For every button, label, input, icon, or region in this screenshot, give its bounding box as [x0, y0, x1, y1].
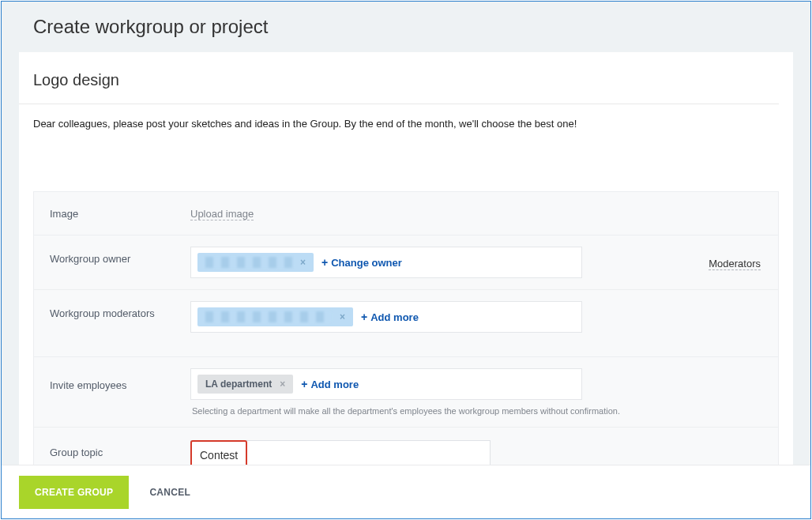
- invite-chip[interactable]: LA department ×: [197, 375, 293, 394]
- owner-row: Workgroup owner × + Change owner Moderat…: [34, 236, 778, 290]
- moderator-chip-name: [205, 311, 332, 322]
- invite-hint: Selecting a department will make all the…: [190, 406, 762, 416]
- change-owner-label: Change owner: [331, 257, 402, 269]
- group-description: Dear colleagues, please post your sketch…: [19, 104, 793, 144]
- moderator-chip[interactable]: ×: [197, 307, 353, 326]
- create-group-button[interactable]: CREATE GROUP: [19, 476, 129, 509]
- add-moderator-link[interactable]: + Add more: [361, 311, 419, 323]
- image-row: Image Upload image: [34, 192, 778, 236]
- plus-icon: +: [321, 256, 328, 269]
- moderators-row: Workgroup moderators × + Add more: [34, 290, 778, 357]
- create-workgroup-modal: Create workgroup or project Logo design …: [1, 1, 811, 519]
- content-panel: Logo design Dear colleagues, please post…: [19, 52, 793, 518]
- add-moderator-label: Add more: [370, 311, 419, 323]
- owner-input[interactable]: × + Change owner: [190, 247, 582, 278]
- moderators-label: Workgroup moderators: [50, 301, 190, 319]
- moderators-input[interactable]: × + Add more: [190, 301, 582, 333]
- image-label: Image: [50, 206, 190, 220]
- add-invite-link[interactable]: + Add more: [301, 378, 359, 390]
- footer-bar: CREATE GROUP CANCEL: [2, 465, 810, 518]
- modal-title: Create workgroup or project: [2, 2, 810, 52]
- plus-icon: +: [361, 311, 367, 323]
- group-name-heading: Logo design: [19, 52, 793, 104]
- close-icon[interactable]: ×: [278, 379, 287, 390]
- owner-chip[interactable]: ×: [197, 253, 314, 272]
- invite-label: Invite employees: [50, 368, 190, 391]
- form-section: Image Upload image Workgroup owner × +: [33, 191, 779, 487]
- change-owner-link[interactable]: + Change owner: [321, 256, 402, 269]
- invite-input[interactable]: LA department × + Add more: [190, 368, 582, 400]
- upload-image-link[interactable]: Upload image: [190, 206, 254, 220]
- close-icon[interactable]: ×: [299, 257, 307, 268]
- close-icon[interactable]: ×: [338, 311, 347, 322]
- plus-icon: +: [301, 378, 307, 390]
- invite-row: Invite employees LA department × + Add m…: [34, 357, 778, 428]
- cancel-button[interactable]: CANCEL: [149, 487, 190, 498]
- moderators-link[interactable]: Moderators: [709, 258, 761, 270]
- owner-chip-name: [205, 257, 292, 268]
- owner-label: Workgroup owner: [50, 247, 190, 265]
- topic-label: Group topic: [50, 440, 190, 458]
- invite-chip-label: LA department: [205, 379, 272, 390]
- add-invite-label: Add more: [310, 379, 359, 390]
